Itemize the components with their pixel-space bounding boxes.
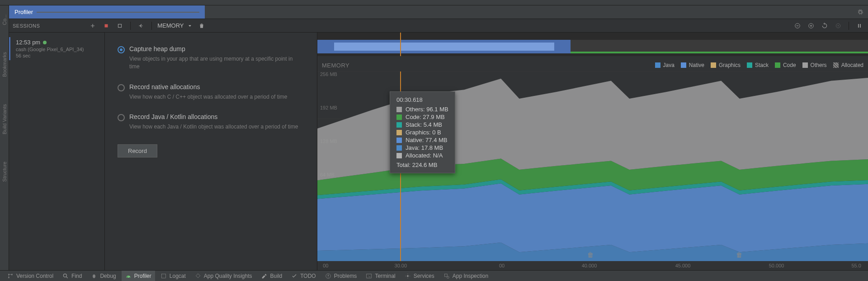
svg-point-20 [447,276,449,278]
svg-rect-1 [118,24,122,27]
x-tick: 55.0 [851,263,861,268]
memory-chart-area[interactable]: MEMORY Java Native Graphics Stack Code O… [317,33,868,270]
tool-logcat[interactable]: Logcat [157,271,189,281]
legend-allocated: Allocated [841,62,863,68]
option-title: Capture heap dump [129,45,301,52]
tab-label: Profiler [14,9,33,15]
session-duration: 56 sec [16,53,99,58]
session-device: cash (Google Pixel_6_API_34) [16,47,99,52]
tool-version-control[interactable]: Version Control [4,271,57,281]
svg-point-18 [407,275,409,277]
logcat-icon [160,273,167,279]
inspect-icon [443,273,450,279]
legend-code: Code [783,62,796,68]
delete-button[interactable] [197,21,207,31]
tool-todo[interactable]: TODO [288,271,319,281]
zoom-out-button[interactable] [793,21,802,31]
dropdown-label: MEMORY [157,22,184,29]
tool-problems[interactable]: Problems [321,271,361,281]
tool-terminal[interactable]: Terminal [362,271,399,281]
x-tick: 30.00 [395,263,407,268]
tab-profiler[interactable]: Profiler [9,5,205,19]
svg-point-5 [838,25,839,26]
radio-native-alloc[interactable] [118,84,125,91]
target-icon [835,23,841,29]
legend-java: Java [663,62,675,68]
rail-item-build-variants[interactable]: Build Variants [2,104,7,134]
sessions-panel: 12:53 pm cash (Google Pixel_6_API_34) 56… [9,33,105,270]
rail-item-bookmarks[interactable]: Bookmarks [2,52,7,77]
radio-heap-dump[interactable] [118,46,125,53]
option-heap-dump[interactable]: Capture heap dump View objects in your a… [118,45,304,71]
legend-stack: Stack [755,62,769,68]
rail-label: Structure [2,162,7,182]
tool-app-quality[interactable]: App Quality Insights [191,271,256,281]
zoom-in-button[interactable] [806,21,816,31]
memory-tooltip: 00:30.618 Others: 96.1 MBCode: 27.9 MBSt… [390,91,455,173]
chart-section-title: MEMORY [322,62,349,69]
live-dot-icon [43,41,47,44]
svg-rect-0 [105,24,108,27]
tool-app-inspection[interactable]: App Inspection [440,271,492,281]
profiler-body: 12:53 pm cash (Google Pixel_6_API_34) 56… [9,33,868,270]
svg-rect-17 [367,274,372,278]
refresh-icon [821,23,828,29]
profiler-tab-bar: Profiler [9,5,868,19]
profiler-search-input[interactable] [37,12,199,13]
x-tick: 50.000 [769,263,784,268]
tool-build[interactable]: Build [258,271,286,281]
tooltip-row: Stack: 5.4 MB [396,121,448,128]
svg-point-11 [8,277,9,278]
option-title: Record native allocations [129,83,287,90]
zoom-selection-button[interactable] [833,21,843,31]
x-tick: 45.000 [675,263,691,268]
option-java-alloc[interactable]: Record Java / Kotlin allocations View ho… [118,113,304,131]
tool-debug[interactable]: Debug [87,271,119,281]
rail-item-top[interactable]: Co... [2,14,7,25]
branch-icon [7,273,14,279]
capture-options-panel: Capture heap dump View objects in your a… [105,33,317,270]
bottom-tool-bar: Version Control Find Debug Profiler Logc… [0,270,868,281]
option-native-alloc[interactable]: Record native allocations View how each … [118,83,304,101]
tool-profiler[interactable]: Profiler [122,271,155,281]
reset-zoom-button[interactable] [820,21,830,31]
services-icon [405,273,411,279]
profiler-toolbar: SESSIONS MEMORY [9,19,868,33]
search-icon [62,273,69,279]
tool-services[interactable]: Services [401,271,438,281]
option-title: Record Java / Kotlin allocations [129,113,298,120]
arrow-left-icon [138,23,144,29]
radio-java-alloc[interactable] [118,114,125,121]
timeline-minimap[interactable] [317,33,868,56]
profiler-settings-button[interactable] [853,5,868,19]
playhead-marker[interactable] [400,33,401,56]
memory-dropdown[interactable]: MEMORY [157,22,193,29]
tooltip-row: Native: 77.4 MB [396,137,448,143]
svg-point-14 [93,274,95,278]
session-item[interactable]: 12:53 pm cash (Google Pixel_6_API_34) 56… [9,37,104,60]
end-session-button[interactable] [115,21,125,31]
rail-label: Build Variants [2,104,7,134]
plus-icon [90,23,96,29]
svg-point-13 [63,274,66,277]
check-icon [291,273,297,279]
trash-icon [198,23,205,29]
record-button[interactable]: Record [118,144,157,157]
bug-icon [91,273,97,279]
tool-find[interactable]: Find [59,271,85,281]
add-session-button[interactable] [88,21,98,31]
stop-icon [103,23,109,29]
rail-item-structure[interactable]: Structure [2,162,7,182]
back-button[interactable] [136,21,146,31]
square-icon [117,23,123,29]
legend-graphics: Graphics [719,62,741,68]
pause-button[interactable] [854,21,864,31]
tooltip-row: Others: 96.1 MB [396,106,448,113]
rail-label: Bookmarks [2,52,7,77]
tooltip-row: Code: 27.9 MB [396,114,448,120]
tooltip-row: Allocated: N/A [396,152,448,159]
tooltip-row: Graphics: 0 B [396,129,448,136]
stop-session-button[interactable] [101,21,111,31]
pause-icon [856,23,863,29]
terminal-icon [366,273,372,279]
